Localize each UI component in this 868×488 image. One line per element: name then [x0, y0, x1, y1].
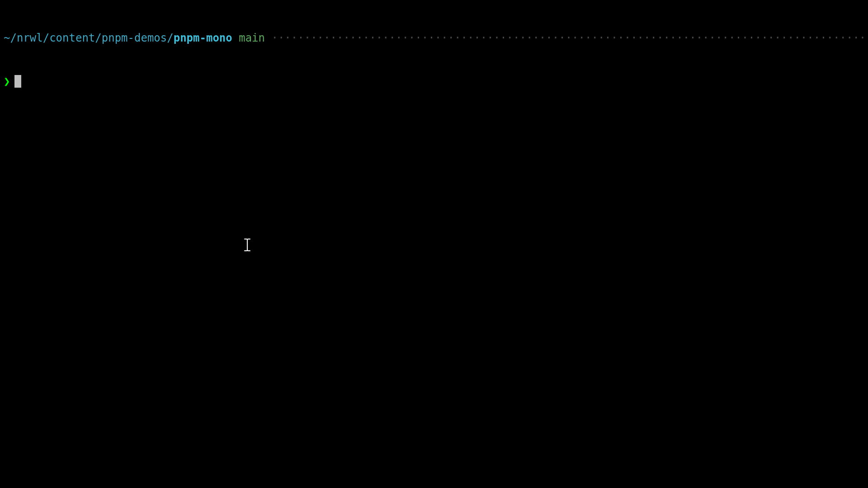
- terminal-cursor: [14, 75, 21, 88]
- space: [232, 31, 239, 45]
- prompt-input-line[interactable]: ❯: [4, 74, 864, 89]
- prompt-path-line: ~/nrwl/content/pnpm-demos/pnpm-mono main…: [4, 31, 864, 45]
- git-branch: main: [239, 31, 265, 45]
- prompt-filler-dots: ········································…: [271, 31, 864, 45]
- path-parent: ~/nrwl/content/pnpm-demos/: [4, 31, 174, 45]
- text-cursor-icon: [244, 239, 251, 251]
- space: [265, 31, 271, 45]
- terminal-window[interactable]: ~/nrwl/content/pnpm-demos/pnpm-mono main…: [0, 0, 868, 105]
- path-current: pnpm-mono: [174, 31, 232, 45]
- prompt-symbol: ❯: [4, 74, 10, 89]
